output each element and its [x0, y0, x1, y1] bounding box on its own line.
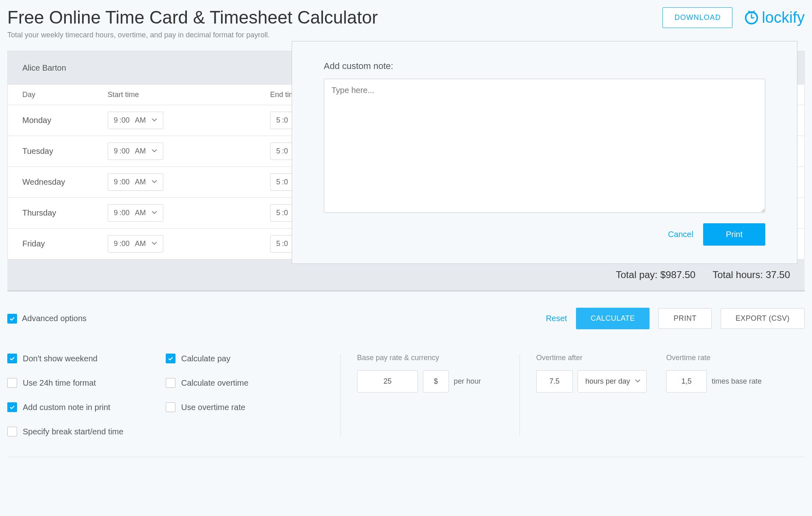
advanced-options-label: Advanced options: [22, 314, 87, 323]
overtime-rate-label: Overtime rate: [666, 354, 805, 362]
currency-input[interactable]: [423, 370, 449, 393]
chevron-down-icon: [152, 116, 157, 125]
add-note-checkbox[interactable]: [7, 402, 17, 412]
no-weekend-label: Don't show weekend: [23, 354, 97, 363]
spec-break-label: Specify break start/end time: [23, 427, 123, 436]
clock-icon: [744, 10, 759, 26]
overtime-after-label: Overtime after: [536, 354, 658, 362]
overtime-rate-input[interactable]: [666, 370, 707, 393]
vertical-divider: [340, 354, 341, 436]
chevron-down-icon: [152, 147, 157, 155]
use-ot-rate-label: Use overtime rate: [181, 403, 245, 412]
end-time-picker[interactable]: 5 :0: [270, 173, 294, 191]
start-time-picker[interactable]: 9 :00 AM: [108, 142, 163, 160]
brand-name: lockify: [762, 9, 805, 26]
divider: [7, 290, 805, 291]
base-pay-label: Base pay rate & currency: [357, 354, 503, 362]
no-weekend-checkbox[interactable]: [7, 354, 17, 363]
total-pay-value: $987.50: [660, 269, 695, 280]
day-name: Tuesday: [22, 147, 108, 156]
start-time-picker[interactable]: 9 :00 AM: [108, 204, 163, 222]
per-hour-label: per hour: [454, 377, 481, 386]
vertical-divider: [520, 354, 520, 436]
export-csv-button[interactable]: EXPORT (CSV): [721, 308, 805, 329]
download-button[interactable]: DOWNLOAD: [663, 7, 732, 28]
calc-pay-checkbox[interactable]: [166, 354, 175, 363]
overtime-unit-select[interactable]: hours per day: [578, 370, 647, 393]
brand-logo: lockify: [744, 9, 805, 26]
cancel-button[interactable]: Cancel: [668, 230, 693, 239]
use-ot-rate-checkbox[interactable]: [166, 402, 175, 412]
page-title: Free Online Time Card & Timesheet Calcul…: [7, 7, 378, 28]
day-name: Thursday: [22, 208, 108, 218]
chevron-down-icon: [152, 209, 157, 217]
custom-note-modal: Add custom note: Cancel Print: [292, 41, 797, 264]
calc-pay-label: Calculate pay: [181, 354, 230, 363]
day-name: Wednesday: [22, 177, 108, 187]
overtime-rate-unit: times base rate: [712, 377, 762, 386]
chevron-down-icon: [152, 240, 157, 248]
end-time-picker[interactable]: 5 :0: [270, 235, 294, 253]
col-day: Day: [22, 91, 108, 99]
chevron-down-icon: [152, 178, 157, 186]
print-action-button[interactable]: PRINT: [658, 308, 712, 329]
note-textarea[interactable]: [324, 79, 765, 213]
day-name: Friday: [22, 239, 108, 248]
day-name: Monday: [22, 116, 108, 125]
col-start: Start time: [108, 91, 270, 99]
base-pay-input[interactable]: [357, 370, 418, 393]
start-time-picker[interactable]: 9 :00 AM: [108, 235, 163, 253]
calculate-button[interactable]: CALCULATE: [576, 308, 650, 329]
end-time-picker[interactable]: 5 :0: [270, 204, 294, 222]
print-button[interactable]: Print: [703, 223, 765, 246]
total-pay-label: Total pay:: [616, 269, 658, 280]
overtime-after-input[interactable]: [536, 370, 573, 393]
reset-link[interactable]: Reset: [546, 314, 567, 323]
use-24h-checkbox[interactable]: [7, 378, 17, 388]
start-time-picker[interactable]: 9 :00 AM: [108, 173, 163, 191]
total-hours-label: Total hours:: [712, 269, 763, 280]
page-subtitle: Total your weekly timecard hours, overti…: [7, 31, 378, 39]
chevron-down-icon: [635, 377, 641, 386]
total-hours-value: 37.50: [766, 269, 790, 280]
modal-title: Add custom note:: [324, 61, 765, 71]
spec-break-checkbox[interactable]: [7, 427, 17, 436]
advanced-options-checkbox[interactable]: [7, 314, 17, 324]
end-time-picker[interactable]: 5 :0: [270, 142, 294, 160]
start-time-picker[interactable]: 9 :00 AM: [108, 112, 163, 129]
end-time-picker[interactable]: 5 :0: [270, 112, 294, 129]
use-24h-label: Use 24h time format: [23, 378, 96, 388]
calc-ot-checkbox[interactable]: [166, 378, 175, 388]
add-note-label: Add custom note in print: [23, 403, 110, 412]
calc-ot-label: Calculate overtime: [181, 378, 249, 388]
totals-bar: Total pay: $987.50 Total hours: 37.50: [7, 259, 805, 290]
